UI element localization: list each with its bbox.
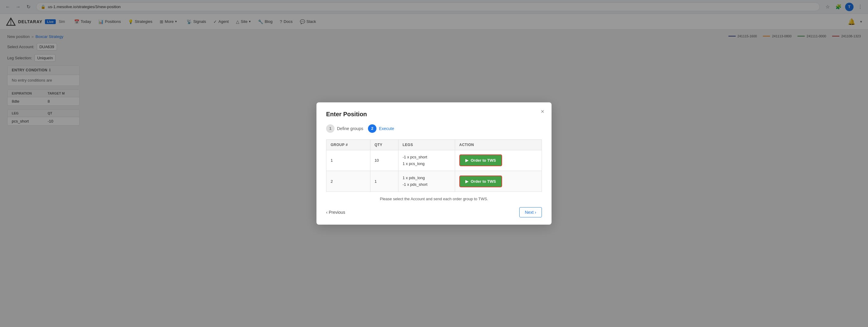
step-2-circle: 2	[368, 124, 376, 133]
modal-close-button[interactable]: ×	[541, 108, 544, 115]
step-2-label: Execute	[379, 126, 394, 131]
step-1-circle: 1	[326, 124, 335, 133]
step-2-number: 2	[371, 126, 373, 131]
step-2: 2 Execute	[368, 124, 394, 133]
modal-overlay: Enter Position × 1 Define groups 2 Execu…	[0, 0, 868, 134]
stepper: 1 Define groups 2 Execute	[326, 124, 542, 133]
step-1-label: Define groups	[337, 126, 363, 131]
step-1: 1 Define groups	[326, 124, 363, 133]
enter-position-modal: Enter Position × 1 Define groups 2 Execu…	[316, 102, 552, 134]
step-1-number: 1	[329, 126, 331, 131]
modal-title: Enter Position	[326, 111, 542, 118]
